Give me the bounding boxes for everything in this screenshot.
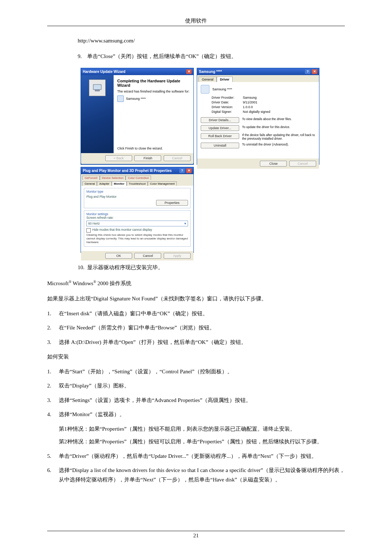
li-text: 单击“Start”（开始），“Setting”（设置），“Control Pan… bbox=[59, 367, 345, 377]
os-heading: Microsoft® Windows® 2000 操作系统 bbox=[47, 279, 345, 289]
page-number: 21 bbox=[47, 533, 345, 539]
os-prefix: Microsoft bbox=[47, 280, 69, 286]
monitor-icon bbox=[117, 95, 124, 102]
how-install-heading: 如何安装 bbox=[47, 352, 345, 362]
step-9-num: 9. bbox=[78, 52, 87, 61]
tab-color-management[interactable]: Color Management bbox=[148, 181, 177, 186]
li-num: 5. bbox=[47, 452, 59, 461]
display-title: Plug and Play Monitor and 3D Prophet III… bbox=[83, 169, 172, 173]
wizard-title: Hardware Update Wizard bbox=[83, 70, 126, 74]
display-titlebar: Plug and Play Monitor and 3D Prophet III… bbox=[81, 167, 193, 174]
back-button: < Back bbox=[105, 155, 132, 161]
case2-text: 第2种情况：如果“Properties”（属性）按钮可以启用，单击“Proper… bbox=[59, 437, 345, 447]
tab-general[interactable]: General bbox=[199, 77, 217, 82]
page-footer: 21 bbox=[47, 531, 345, 539]
li-num: 2. bbox=[47, 381, 59, 391]
driver-provider-label: Driver Provider: bbox=[212, 96, 243, 99]
os-mid: Windows bbox=[72, 280, 93, 286]
tab-geforce3[interactable]: GeForce3 bbox=[82, 176, 100, 180]
hide-modes-label: Hide modes that this monitor cannot disp… bbox=[92, 228, 152, 231]
step-9: 9. 单击“Close”（关闭）按钮，然后继续单击“OK”（确定）按钮。 bbox=[78, 52, 345, 61]
li-text: 选择“Settings”（设置）选项卡，并单击“Advanced Propert… bbox=[59, 396, 345, 405]
li-text: 双击“Display”（显示）图标。 bbox=[59, 381, 345, 391]
tab-general[interactable]: General bbox=[82, 181, 97, 186]
signature-steps: 1.在“Insert disk”（请插入磁盘）窗口中单击“OK”（确定）按钮。 … bbox=[47, 309, 345, 347]
li-text: 在“Insert disk”（请插入磁盘）窗口中单击“OK”（确定）按钮。 bbox=[59, 309, 345, 319]
wizard-sub: The wizard has finished installing the s… bbox=[117, 90, 190, 93]
li-text: 选择 A:(D:\Driver) 并单击“Open”（打开）按钮，然后单击“OK… bbox=[59, 338, 345, 347]
digital-signer-val: Not digitally signed bbox=[243, 110, 270, 114]
tab-color-correction[interactable]: Color Correction bbox=[126, 176, 151, 180]
li-text: 在“File Needed”（所需文件）窗口中单击“Browse”（浏览）按钮。 bbox=[59, 323, 345, 333]
li-num: 1. bbox=[47, 309, 59, 319]
page-header: 使用软件 bbox=[47, 17, 345, 24]
update-driver-button[interactable]: Update Driver... bbox=[201, 125, 239, 131]
apply-button: Apply bbox=[164, 253, 191, 259]
display-props-window: Plug and Play Monitor and 3D Prophet III… bbox=[81, 167, 194, 253]
driver-details-button[interactable]: Driver Details... bbox=[201, 117, 239, 123]
display-title-icons: ? ✕ bbox=[179, 168, 192, 173]
step-10-text: 显示器驱动程序现已安装完毕。 bbox=[87, 263, 345, 272]
tab-driver[interactable]: Driver bbox=[217, 77, 233, 82]
cancel-button[interactable]: Cancel bbox=[134, 253, 161, 259]
cancel-button: Cancel bbox=[289, 161, 316, 167]
refresh-rate-value: 60 Hertz bbox=[88, 222, 100, 225]
close-button[interactable]: Close bbox=[260, 161, 287, 167]
uninstall-desc: To uninstall the driver (Advanced). bbox=[242, 143, 315, 146]
display-tabs-row2: General Adapter Monitor Troubleshoot Col… bbox=[81, 180, 193, 186]
wizard-heading: Completing the Hardware Update Wizard bbox=[117, 79, 190, 87]
tab-device-selection[interactable]: Device Selection bbox=[100, 176, 126, 180]
properties-button[interactable]: Properties bbox=[156, 200, 188, 206]
step-9-text: 单击“Close”（关闭）按钮，然后继续单击“OK”（确定）按钮。 bbox=[87, 52, 345, 61]
rollback-driver-desc: If the device fails after updating the d… bbox=[242, 133, 315, 140]
cancel-button: Cancel bbox=[164, 155, 191, 161]
close-icon[interactable]: ✕ bbox=[186, 69, 192, 74]
driver-title: Samsung **** bbox=[199, 70, 222, 74]
update-driver-desc: To update the driver for this device. bbox=[242, 125, 315, 129]
install-steps: 1.单击“Start”（开始），“Setting”（设置），“Control P… bbox=[47, 367, 345, 485]
monitor-settings-label: Monitor settings bbox=[86, 212, 188, 216]
driver-version-label: Driver Version: bbox=[212, 105, 243, 109]
os-suffix: 2000 操作系统 bbox=[96, 280, 132, 286]
display-tabs-row1: GeForce3 Device Selection Color Correcti… bbox=[81, 174, 193, 180]
refresh-rate-label: Screen refresh rate: bbox=[86, 216, 188, 219]
li-num: 1. bbox=[47, 367, 59, 377]
hide-modes-checkbox[interactable] bbox=[86, 228, 91, 233]
url-text: http://www.samsung.com/ bbox=[78, 38, 345, 44]
li-text: 选择“Monitor”（监视器）。 bbox=[59, 410, 345, 419]
tab-monitor[interactable]: Monitor bbox=[112, 181, 127, 186]
signature-para: 如果显示器上出现“Digital Signature Not Found”（未找… bbox=[47, 294, 345, 304]
li-text: 选择“Display a list of the known drivers f… bbox=[59, 466, 345, 484]
header-rule bbox=[47, 26, 345, 26]
close-icon[interactable]: ✕ bbox=[186, 168, 192, 173]
driver-version-val: 1.0.0.0 bbox=[243, 105, 253, 109]
driver-device-name: Samsung **** bbox=[212, 87, 232, 91]
help-icon[interactable]: ? bbox=[179, 168, 185, 173]
close-icon[interactable]: ✕ bbox=[312, 69, 317, 74]
tab-adapter[interactable]: Adapter bbox=[97, 181, 111, 186]
svg-rect-0 bbox=[93, 85, 101, 90]
driver-titlebar: Samsung **** ? ✕ bbox=[197, 68, 319, 75]
refresh-rate-select[interactable]: 60 Hertz ▾ bbox=[86, 221, 188, 226]
tab-troubleshoot[interactable]: Troubleshoot bbox=[127, 181, 148, 186]
li-num: 2. bbox=[47, 323, 59, 333]
ok-button[interactable]: OK bbox=[105, 253, 132, 259]
driver-title-icons: ? ✕ bbox=[305, 69, 317, 74]
wizard-complete-window: Hardware Update Wizard ✕ Completing the … bbox=[81, 68, 194, 165]
hide-modes-note: Clearing this check box allows you to se… bbox=[86, 233, 188, 244]
help-icon[interactable]: ? bbox=[305, 69, 310, 74]
li-num: 3. bbox=[47, 396, 59, 405]
case1-text: 第1种情况：如果“Properties”（属性）按钮不能启用，则表示您的显示器已… bbox=[59, 424, 345, 434]
li-num: 4. bbox=[47, 410, 59, 447]
driver-date-val: 9/11/2001 bbox=[243, 100, 257, 104]
li-text: 单击“Driver”（驱动程序），然后单击“Update Driver...”（… bbox=[59, 452, 345, 461]
uninstall-button[interactable]: Uninstall bbox=[201, 143, 239, 148]
driver-info-grid: Driver Provider:Samsung Driver Date:9/11… bbox=[212, 96, 315, 114]
li-num: 3. bbox=[47, 338, 59, 347]
figure-group: Hardware Update Wizard ✕ Completing the … bbox=[81, 68, 345, 253]
finish-button[interactable]: Finish bbox=[134, 155, 161, 161]
li-num: 6. bbox=[47, 466, 59, 484]
wizard-device: Samsung **** bbox=[126, 97, 146, 100]
svg-rect-1 bbox=[95, 90, 99, 91]
rollback-driver-button[interactable]: Roll Back Driver bbox=[201, 133, 239, 139]
